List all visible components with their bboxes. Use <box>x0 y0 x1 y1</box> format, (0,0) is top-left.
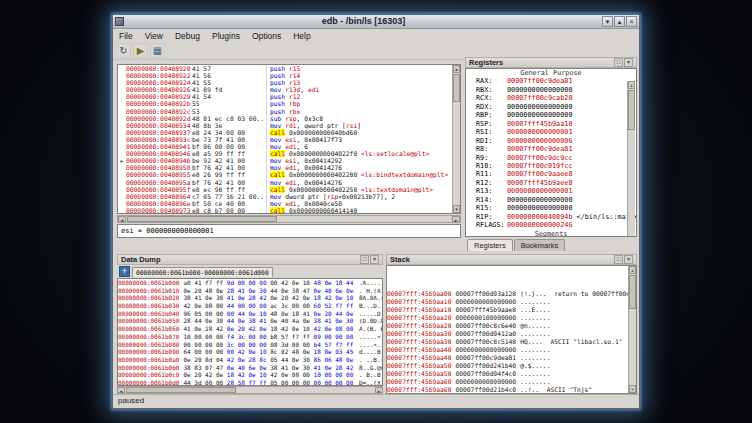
stack-row[interactable]: 00007fff:45b9aa3800007ff00c8c5148HQ.... … <box>387 338 636 346</box>
register-row[interactable]: RDI:0000000000000006 <box>466 137 636 145</box>
scroll-right-icon[interactable]: ▸ <box>375 387 383 393</box>
hex-row[interactable]: 00000000:0061b000a0 41 f7 ff 9d 00 00 00… <box>118 279 382 287</box>
disassembly-scrollbar-thumb[interactable] <box>453 74 460 102</box>
hex-row[interactable]: 00000000:0061b03042 0e 08 00 44 00 00 00… <box>118 302 382 310</box>
hex-row[interactable]: 00000000:0061b0100e 20 48 0e 28 41 0e 30… <box>118 287 382 295</box>
register-row[interactable]: RSP:00007fff45b9aa10 <box>466 120 636 128</box>
asm-row[interactable]: 00000000:0040893448 8b 3emov rdi, qword … <box>118 122 452 129</box>
stack-row[interactable]: 00007fff:45b9aa600000000000000000.......… <box>387 378 636 386</box>
hex-row[interactable]: 00000000:0061b0b038 83 07 47 0e 40 6e 0e… <box>118 364 382 372</box>
run-button[interactable]: ▶ <box>133 43 148 58</box>
asm-row[interactable]: 00000000:0040892441 55push r13 <box>118 79 452 86</box>
register-row[interactable]: RCX:00007ff00c9cab20 <box>466 94 636 102</box>
hex-row[interactable]: 00000000:0061b0a00e 20 8d 04 42 0e 28 8c… <box>118 356 382 364</box>
register-row[interactable]: R15:0000000000000000 <box>466 204 636 212</box>
scroll-up-icon[interactable]: ▴ <box>629 266 636 274</box>
stack-row[interactable]: 00007fff:45b9aa3000007ff00d0412a0.......… <box>387 330 636 338</box>
register-row[interactable]: RFLAGS:0000000000000246 <box>466 221 636 229</box>
tab-bookmarks[interactable]: Bookmarks <box>514 239 566 251</box>
hex-row[interactable]: 00000000:0061b09064 00 00 00 00 42 0e 10… <box>118 348 382 356</box>
scroll-down-icon[interactable]: ▾ <box>453 205 460 213</box>
register-row[interactable]: R8:00007ff00c9dea81 <box>466 145 636 153</box>
asm-row[interactable]: 00000000:00408937e8 24 34 00 00call 0x00… <box>118 129 452 136</box>
asm-row[interactable]: 00000000:00408941bf 06 00 00 00mov edi, … <box>118 143 452 150</box>
dock-close-icon[interactable]: × <box>624 58 633 67</box>
tab-registers[interactable]: Registers <box>467 239 513 251</box>
disassembly-vertical-scrollbar[interactable]: ▴ ▾ <box>452 65 460 213</box>
asm-row[interactable]: 00000000:0040896ebf 50 ce 40 00mov edi, … <box>118 200 452 207</box>
hex-row[interactable]: 00000000:0061b04096 05 00 00 00 44 0e 10… <box>118 310 382 318</box>
scroll-left-icon[interactable]: ◂ <box>117 387 125 393</box>
stack-row[interactable]: 00007fff:45b9aa400000000000000000.......… <box>387 346 636 354</box>
asm-row[interactable]: 00000000:0040892c53push rbx <box>118 108 452 115</box>
register-row[interactable]: RBP:0000000000000000 <box>466 111 636 119</box>
registers-vertical-scrollbar[interactable]: ▴ ▾ <box>627 81 635 237</box>
register-row[interactable]: RSI:0000000000000001 <box>466 128 636 136</box>
disassembly-horizontal-scrollbar[interactable]: ◂ ▸ <box>117 215 461 223</box>
asm-row[interactable]: 00000000:0040892941 54push r12 <box>118 93 452 100</box>
register-row[interactable]: RIP:000000000040894b </bin/ls::main+2b> <box>466 213 636 221</box>
scroll-down-icon[interactable]: ▾ <box>629 385 636 393</box>
stack-row[interactable]: 00007fff:45b9aa5800007ff00d04f4c0.......… <box>387 370 636 378</box>
disassembly-hscrollbar-thumb[interactable] <box>127 216 277 222</box>
memory-regions-button[interactable]: ▦ <box>150 43 165 58</box>
dock-float-icon[interactable]: □ <box>614 58 623 67</box>
stack-row[interactable]: 00007fff:45b9aa6800007ff00d21b4c0..!.. A… <box>387 386 636 394</box>
restart-button[interactable]: ↻ <box>116 43 131 58</box>
register-row[interactable]: R13:0000000000000001 <box>466 187 636 195</box>
data-dump-horizontal-scrollbar[interactable]: ◂ ▸ <box>117 386 383 394</box>
data-dump-dock-title[interactable]: Data Dump □ × <box>117 254 383 265</box>
register-row[interactable]: R10:00007ff00c019fcc <box>466 162 636 170</box>
asm-row[interactable]: 00000000:0040895fe8 ec 98 ff ffcall 0x00… <box>118 186 452 193</box>
hex-row[interactable]: 00000000:0061b0d044 3d 00 00 28 58 f7 ff… <box>118 379 382 386</box>
menu-item-view[interactable]: View <box>139 30 169 42</box>
register-row[interactable]: R14:0000000000000000 <box>466 196 636 204</box>
asm-row[interactable]: 00000000:00408973e8 c8 b7 00 00call 0x00… <box>118 207 452 213</box>
asm-row[interactable]: 00000000:0040895abf 76 42 41 00mov edi, … <box>118 179 452 186</box>
menu-item-options[interactable]: Options <box>246 30 287 42</box>
stack-dock-title[interactable]: Stack □ × <box>386 254 637 265</box>
register-row[interactable]: RDX:0000000000000000 <box>466 103 636 111</box>
scroll-right-icon[interactable]: ▸ <box>452 216 460 222</box>
menu-item-file[interactable]: File <box>113 30 139 42</box>
maximize-button[interactable]: ▴ <box>614 16 625 27</box>
dock-close-icon[interactable]: × <box>624 255 633 264</box>
registers-scrollbar-thumb[interactable] <box>628 90 635 130</box>
stack-vertical-scrollbar[interactable]: ▴ ▾ <box>628 266 636 393</box>
stack-row[interactable]: 00007fff:45b9aa200000000100000000.......… <box>387 314 636 322</box>
asm-row[interactable]: 00000000:0040892241 56push r14 <box>118 72 452 79</box>
stack-scrollbar-thumb[interactable] <box>629 275 636 309</box>
registers-dock-title[interactable]: Registers □ × <box>465 57 637 68</box>
asm-row[interactable]: 00000000:00408946e8 a5 99 ff ffcall 0x00… <box>118 150 452 157</box>
hex-row[interactable]: 00000000:0061b05028 44 0e 30 44 0e 38 41… <box>118 317 382 325</box>
dock-float-icon[interactable]: □ <box>360 255 369 264</box>
menu-item-plugins[interactable]: Plugins <box>206 30 246 42</box>
menu-item-debug[interactable]: Debug <box>169 30 206 42</box>
stack-row[interactable]: 00007fff:45b9aa100000000000000000.......… <box>387 298 636 306</box>
asm-row[interactable]: 00000000:0040892d48 81 ec c8 03 00..sub … <box>118 115 452 122</box>
stack-row[interactable]: 00007fff:45b9aa0800007ff00d03a128(!.}...… <box>387 290 636 298</box>
scroll-up-icon[interactable]: ▴ <box>453 65 460 73</box>
new-dump-tab-button[interactable]: + <box>119 266 130 277</box>
scroll-up-icon[interactable]: ▴ <box>628 81 635 89</box>
asm-row[interactable]: 00000000:0040892641 89 fdmov r13d, edi <box>118 86 452 93</box>
title-bar[interactable]: edb - /bin/ls [16303] ▾ ▴ × <box>113 15 639 29</box>
asm-row[interactable]: 00000000:0040892b55push rbp <box>118 100 452 107</box>
hex-row[interactable]: 00000000:0061b02038 41 0e 30 41 0e 28 42… <box>118 294 382 302</box>
hex-row[interactable]: 00000000:0061b07010 00 00 00 f4 3c 00 00… <box>118 333 382 341</box>
hex-row[interactable]: 00000000:0061b06041 0e 28 42 0e 20 42 0e… <box>118 325 382 333</box>
stack-row[interactable]: 00007fff:45b9aa1800007fff45b9aae8...E...… <box>387 306 636 314</box>
menu-item-help[interactable]: Help <box>287 30 316 42</box>
close-button[interactable]: × <box>626 16 637 27</box>
asm-row[interactable]: 00000000:00408950bf 76 42 41 00mov edi, … <box>118 164 452 171</box>
register-row[interactable]: R11:00007ff00c9aaee8 <box>466 170 636 178</box>
stack-row[interactable]: 00007fff:45b9aa2800007ff00c8c6e40@n.....… <box>387 322 636 330</box>
asm-row[interactable]: ►00000000:0040894bbe 92 42 41 00mov esi,… <box>118 157 452 164</box>
dock-float-icon[interactable]: □ <box>614 255 623 264</box>
data-dump-hscrollbar-thumb[interactable] <box>126 387 236 393</box>
stack-row[interactable]: 00007fff:45b9aa5000007ff00d241b40@.$....… <box>387 362 636 370</box>
asm-row[interactable]: 00000000:0040892041 57push r15 <box>118 65 452 72</box>
asm-row[interactable]: 00000000:00408955e8 26 99 ff ffcall 0x00… <box>118 171 452 178</box>
stack-row[interactable]: 00007fff:45b9aa4800007ff00c9dea81.......… <box>387 354 636 362</box>
scroll-left-icon[interactable]: ◂ <box>118 216 126 222</box>
